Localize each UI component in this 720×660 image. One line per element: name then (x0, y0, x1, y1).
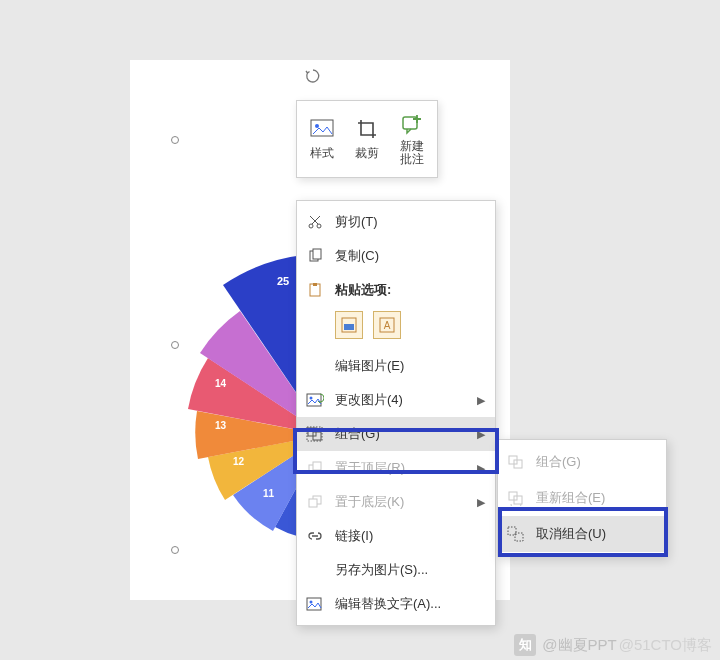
link-icon (305, 526, 325, 546)
menu-label: 组合(G) (335, 425, 467, 443)
menu-label: 编辑图片(E) (335, 357, 485, 375)
menu-alt-text[interactable]: 编辑替换文字(A)... (297, 587, 495, 621)
menu-label: 更改图片(4) (335, 391, 467, 409)
menu-label: 另存为图片(S)... (335, 561, 485, 579)
watermark: 知 @幽夏PPT @51CTO博客 (514, 634, 712, 656)
new-comment-button[interactable]: 新建 批注 (394, 108, 430, 170)
menu-change-picture[interactable]: 更改图片(4) ▶ (297, 383, 495, 417)
paste-option-text[interactable]: A (373, 311, 401, 339)
menu-cut[interactable]: 剪切(T) (297, 205, 495, 239)
change-picture-icon (305, 390, 325, 410)
resize-handle[interactable] (171, 341, 179, 349)
paste-options-row: A (297, 307, 495, 349)
blank-icon (305, 560, 325, 580)
svg-rect-15 (313, 283, 317, 286)
crop-icon (355, 117, 379, 141)
menu-copy[interactable]: 复制(C) (297, 239, 495, 273)
clipboard-icon (305, 280, 325, 300)
mini-toolbar: 样式 裁剪 新建 批注 (296, 100, 438, 178)
scissors-icon (305, 212, 325, 232)
svg-text:A: A (384, 320, 391, 331)
crop-button[interactable]: 裁剪 (349, 113, 385, 166)
menu-bring-front[interactable]: 置于顶层(R) ▶ (297, 451, 495, 485)
svg-point-21 (310, 397, 313, 400)
group-icon (305, 424, 325, 444)
svg-rect-13 (313, 249, 321, 259)
submenu-group[interactable]: 组合(G) (498, 444, 666, 480)
menu-label: 取消组合(U) (536, 525, 656, 543)
menu-send-back[interactable]: 置于底层(K) ▶ (297, 485, 495, 519)
menu-label: 组合(G) (536, 453, 656, 471)
send-back-icon (305, 492, 325, 512)
submenu-regroup[interactable]: 重新组合(E) (498, 480, 666, 516)
menu-label: 粘贴选项: (335, 281, 485, 299)
submenu-ungroup[interactable]: 取消组合(U) (498, 516, 666, 552)
chevron-right-icon: ▶ (477, 462, 485, 475)
resize-handle[interactable] (171, 136, 179, 144)
chevron-right-icon: ▶ (477, 394, 485, 407)
blank-icon (305, 356, 325, 376)
chevron-right-icon: ▶ (477, 496, 485, 509)
watermark-text: @51CTO博客 (619, 636, 712, 655)
menu-label: 置于底层(K) (335, 493, 467, 511)
svg-rect-17 (344, 324, 354, 330)
menu-label: 剪切(T) (335, 213, 485, 231)
menu-label: 复制(C) (335, 247, 485, 265)
svg-rect-28 (309, 499, 317, 507)
menu-paste-header: 粘贴选项: (297, 273, 495, 307)
style-label: 样式 (310, 145, 334, 162)
svg-rect-24 (307, 427, 322, 441)
new-comment-label: 新建 批注 (400, 140, 424, 166)
svg-point-30 (310, 601, 313, 604)
resize-handle[interactable] (171, 546, 179, 554)
zhihu-logo-icon: 知 (514, 634, 536, 656)
style-button[interactable]: 样式 (304, 113, 340, 166)
svg-point-11 (317, 224, 321, 228)
menu-edit-picture[interactable]: 编辑图片(E) (297, 349, 495, 383)
bring-front-icon (305, 458, 325, 478)
svg-point-10 (309, 224, 313, 228)
regroup-icon (506, 488, 526, 508)
menu-label: 重新组合(E) (536, 489, 656, 507)
menu-label: 链接(I) (335, 527, 485, 545)
copy-icon (305, 246, 325, 266)
menu-label: 编辑替换文字(A)... (335, 595, 485, 613)
menu-save-as-picture[interactable]: 另存为图片(S)... (297, 553, 495, 587)
crop-label: 裁剪 (355, 145, 379, 162)
new-comment-icon (400, 112, 424, 136)
menu-link[interactable]: 链接(I) (297, 519, 495, 553)
svg-rect-26 (313, 462, 321, 470)
picture-style-icon (310, 117, 334, 141)
paste-option-picture[interactable] (335, 311, 363, 339)
svg-point-8 (315, 124, 319, 128)
group-submenu: 组合(G) 重新组合(E) 取消组合(U) (497, 439, 667, 557)
ungroup-icon (506, 524, 526, 544)
watermark-text: @幽夏PPT (542, 636, 616, 655)
rotate-handle[interactable] (305, 68, 321, 84)
chevron-right-icon: ▶ (477, 428, 485, 441)
context-menu: 剪切(T) 复制(C) 粘贴选项: A 编辑图片(E) 更改图片(4) ▶ 组合… (296, 200, 496, 626)
svg-rect-7 (311, 120, 333, 136)
group-icon (506, 452, 526, 472)
menu-label: 置于顶层(R) (335, 459, 467, 477)
alt-text-icon (305, 594, 325, 614)
menu-group[interactable]: 组合(G) ▶ (297, 417, 495, 451)
